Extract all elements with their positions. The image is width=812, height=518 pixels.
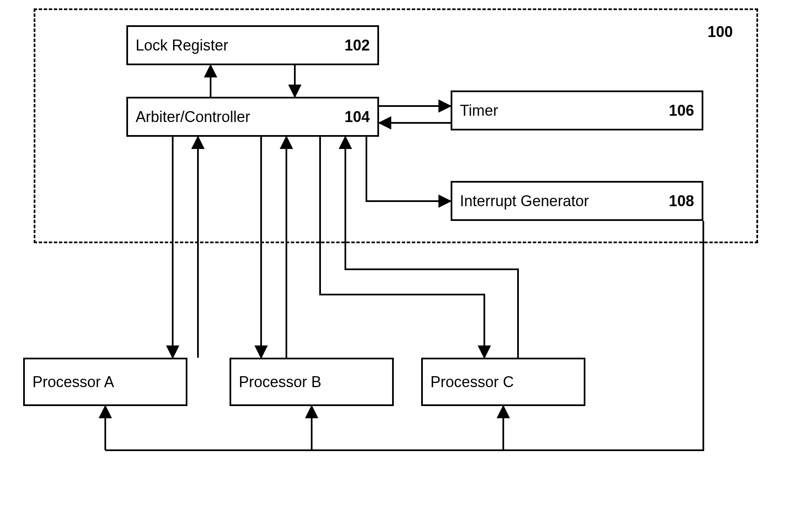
- block-interrupt-generator-ref: 108: [669, 192, 694, 210]
- block-arbiter-controller-label: Arbiter/Controller: [136, 108, 336, 126]
- block-lock-register-label: Lock Register: [136, 37, 336, 54]
- block-processor-a-label: Processor A: [32, 373, 178, 391]
- block-processor-a: Processor A: [23, 358, 187, 406]
- block-interrupt-generator-label: Interrupt Generator: [460, 192, 660, 210]
- block-lock-register: Lock Register 102: [126, 25, 379, 65]
- block-timer-label: Timer: [460, 102, 660, 120]
- diagram-stage: 100 Lock Register 102 Arbiter/Controller…: [0, 0, 812, 518]
- block-processor-c-label: Processor C: [430, 373, 576, 391]
- block-arbiter-controller-ref: 104: [345, 108, 370, 126]
- block-processor-b-label: Processor B: [239, 373, 385, 391]
- block-interrupt-generator: Interrupt Generator 108: [451, 181, 703, 221]
- container-ref: 100: [708, 23, 733, 41]
- block-lock-register-ref: 102: [345, 37, 370, 54]
- block-arbiter-controller: Arbiter/Controller 104: [126, 97, 379, 137]
- block-timer-ref: 106: [669, 102, 694, 120]
- block-processor-b: Processor B: [230, 358, 394, 406]
- block-timer: Timer 106: [451, 90, 703, 130]
- block-processor-c: Processor C: [421, 358, 585, 406]
